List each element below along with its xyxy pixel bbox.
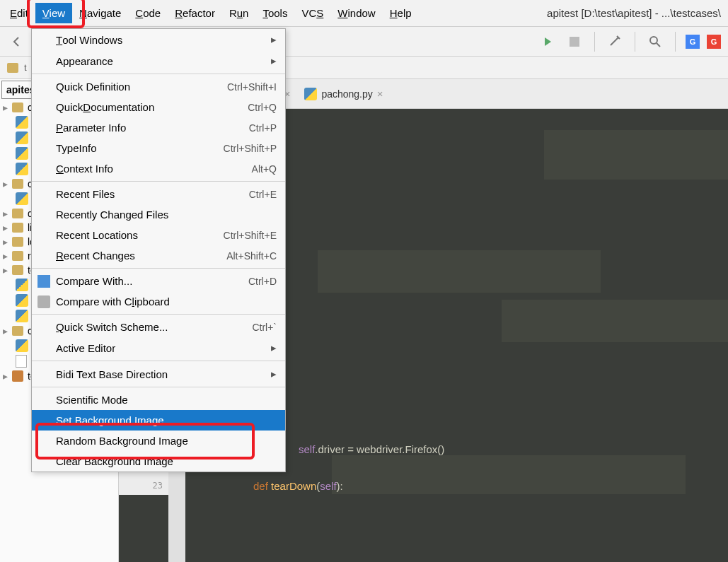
shortcut: Ctrl+Q [248, 102, 277, 113]
folder-icon [7, 63, 18, 73]
menu-item-type-info[interactable]: Type InfoCtrl+Shift+P [32, 138, 285, 158]
folder-icon [12, 179, 23, 189]
menu-item-parameter-info[interactable]: Parameter InfoCtrl+P [32, 117, 285, 138]
folder-icon [12, 265, 23, 275]
shortcut: Ctrl+Shift+E [224, 230, 277, 241]
stop-button[interactable] [565, 32, 584, 52]
menu-item-quick-switch-scheme-[interactable]: Quick Switch Scheme...Ctrl+` [32, 317, 285, 337]
menu-view[interactable]: View [35, 3, 72, 23]
python-file-icon [16, 339, 28, 352]
menu-item-bidi-text-base-direction[interactable]: Bidi Text Base Direction▸ [32, 363, 285, 385]
library-icon [12, 370, 23, 382]
menu-help[interactable]: Help [383, 3, 419, 23]
python-file-icon [16, 131, 28, 144]
menu-item-tool-windows[interactable]: Tool Windows▸ [32, 29, 285, 50]
menu-bar: EditViewNavigateCodeRefactorRunToolsVCSW… [0, 0, 728, 27]
code-line: self [299, 443, 315, 455]
menu-run[interactable]: Run [222, 3, 256, 23]
folder-icon [12, 223, 23, 233]
menu-code[interactable]: Code [128, 3, 168, 23]
run-button[interactable] [538, 32, 557, 52]
python-file-icon [16, 147, 28, 160]
menu-item-scientific-mode[interactable]: Scientific Mode [32, 390, 285, 410]
search-icon[interactable] [645, 32, 665, 52]
editor-tab[interactable]: pachong.py× [297, 83, 390, 105]
menu-navigate[interactable]: Navigate [72, 3, 128, 23]
view-menu-dropdown: Tool Windows▸Appearance▸Quick Definition… [31, 28, 286, 472]
submenu-arrow-icon: ▸ [271, 368, 277, 380]
menu-item-appearance[interactable]: Appearance▸ [32, 50, 285, 71]
clip-icon [37, 295, 50, 308]
menu-item-compare-with-clipboard[interactable]: Compare with Clipboard [32, 291, 285, 312]
menu-edit[interactable]: Edit [3, 3, 35, 23]
folder-icon [12, 103, 23, 112]
python-file-icon [16, 163, 28, 175]
menu-refactor[interactable]: Refactor [168, 3, 222, 23]
menu-item-quick-definition[interactable]: Quick DefinitionCtrl+Shift+I [32, 76, 285, 97]
compare-icon [37, 275, 50, 288]
folder-icon [12, 326, 23, 336]
folder-icon [12, 251, 23, 261]
menu-item-clear-background-image[interactable]: Clear Background Image [32, 451, 285, 472]
submenu-arrow-icon: ▸ [271, 54, 277, 67]
python-file-icon [16, 192, 28, 205]
shortcut: Ctrl+P [249, 122, 277, 134]
shortcut: Ctrl+D [248, 276, 277, 287]
settings-icon[interactable] [605, 32, 625, 52]
menu-window[interactable]: Window [330, 3, 382, 23]
menu-tools[interactable]: Tools [255, 3, 294, 23]
code-line: def [253, 480, 271, 492]
shortcut: Alt+Q [252, 163, 277, 175]
menu-item-quick-documentation[interactable]: Quick DocumentationCtrl+Q [32, 97, 285, 117]
shortcut: Ctrl+Shift+P [224, 143, 277, 154]
menu-item-recent-locations[interactable]: Recent LocationsCtrl+Shift+E [32, 225, 285, 245]
translate-icon-1[interactable]: G [686, 35, 700, 49]
menu-item-context-info[interactable]: Context InfoAlt+Q [32, 158, 285, 179]
file-icon [16, 355, 27, 368]
python-file-icon [16, 279, 28, 291]
shortcut: Ctrl+E [249, 189, 277, 200]
menu-item-recently-changed-files[interactable]: Recently Changed Files [32, 204, 285, 225]
shortcut: Ctrl+Shift+I [227, 81, 277, 93]
menu-item-set-background-image[interactable]: Set Background Image [32, 410, 285, 431]
submenu-arrow-icon: ▸ [271, 341, 277, 354]
menu-item-recent-changes[interactable]: Recent ChangesAlt+Shift+C [32, 245, 285, 266]
python-file-icon [304, 88, 317, 100]
shortcut: Ctrl+` [252, 322, 277, 333]
svg-rect-0 [570, 37, 579, 47]
menu-item-random-background-image[interactable]: Random Background Image [32, 431, 285, 451]
python-file-icon [16, 294, 28, 307]
submenu-arrow-icon: ▸ [271, 33, 277, 46]
menu-vcs[interactable]: VCS [294, 3, 330, 23]
close-icon[interactable]: × [377, 88, 383, 100]
window-title: apitest [D:\test\apitest] - ...\testcase… [547, 7, 725, 19]
translate-icon-2[interactable]: G [707, 35, 721, 49]
tab-label: pachong.py [321, 88, 372, 100]
breadcrumb-item[interactable]: t [24, 62, 27, 73]
python-file-icon [16, 116, 28, 129]
folder-icon [12, 237, 23, 247]
menu-item-compare-with-[interactable]: Compare With...Ctrl+D [32, 271, 285, 291]
back-button[interactable] [7, 32, 27, 52]
svg-point-1 [650, 37, 657, 44]
menu-item-recent-files[interactable]: Recent FilesCtrl+E [32, 184, 285, 204]
menu-item-active-editor[interactable]: Active Editor▸ [32, 337, 285, 358]
folder-icon [12, 209, 23, 218]
python-file-icon [16, 310, 28, 322]
shortcut: Alt+Shift+C [226, 250, 277, 262]
